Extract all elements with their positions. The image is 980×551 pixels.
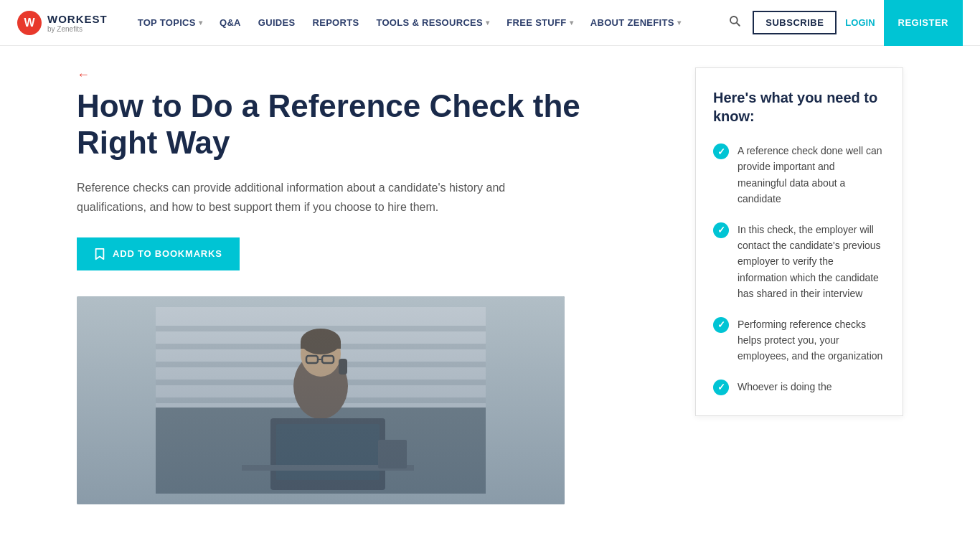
login-button[interactable]: LOGIN [845, 17, 875, 28]
checklist-text: Whoever is doing the [738, 379, 832, 395]
check-icon [713, 222, 729, 238]
nav-right: SUBSCRIBE LOGIN REGISTER [725, 0, 963, 46]
nav-item-top-topics[interactable]: TOP TOPICS ▾ [131, 13, 209, 32]
article-hero-image [77, 296, 565, 504]
sidebar: Here's what you need to know: A referenc… [695, 67, 903, 504]
nav-item-qa[interactable]: Q&A [212, 13, 248, 32]
sidebar-card: Here's what you need to know: A referenc… [695, 67, 903, 416]
checklist-text: Performing reference checks helps protec… [738, 316, 885, 364]
page-container: ← How to Do a Reference Check the Right … [60, 46, 920, 526]
list-item: Performing reference checks helps protec… [713, 316, 885, 364]
nav-item-tools[interactable]: TOOLS & RESOURCES ▾ [369, 13, 496, 32]
chevron-down-icon: ▾ [199, 19, 202, 27]
checklist-text: In this check, the employer will contact… [738, 222, 885, 302]
nav-links: TOP TOPICS ▾ Q&A GUIDES REPORTS TOOLS & … [131, 13, 726, 32]
check-icon [713, 380, 729, 395]
svg-line-1 [737, 23, 740, 26]
logo[interactable]: W WORKEST by Zenefits [17, 11, 108, 35]
chevron-down-icon: ▾ [486, 19, 489, 27]
chevron-down-icon: ▾ [677, 19, 681, 27]
add-to-bookmarks-button[interactable]: ADD TO BOOKMARKS [77, 237, 240, 270]
main-content: ← How to Do a Reference Check the Right … [77, 67, 666, 504]
checklist: A reference check done well can provide … [713, 143, 885, 395]
subscribe-button[interactable]: SUBSCRIBE [753, 11, 837, 34]
list-item: In this check, the employer will contact… [713, 222, 885, 302]
logo-icon: W [17, 11, 42, 35]
main-nav: W WORKEST by Zenefits TOP TOPICS ▾ Q&A G… [0, 0, 980, 46]
checklist-text: A reference check done well can provide … [738, 143, 885, 207]
nav-item-guides[interactable]: GUIDES [251, 13, 303, 32]
register-button[interactable]: REGISTER [884, 0, 963, 46]
back-arrow[interactable]: ← [77, 67, 90, 83]
nav-item-about[interactable]: ABOUT ZENEFITS ▾ [583, 13, 688, 32]
check-icon [713, 317, 729, 333]
sidebar-heading: Here's what you need to know: [713, 88, 885, 126]
check-icon [713, 143, 729, 159]
nav-item-free-stuff[interactable]: FREE STUFF ▾ [499, 13, 580, 32]
logo-subtitle: by Zenefits [47, 25, 108, 33]
bookmark-icon [94, 248, 105, 260]
list-item: A reference check done well can provide … [713, 143, 885, 207]
logo-title: WORKEST [47, 13, 108, 25]
nav-item-reports[interactable]: REPORTS [305, 13, 366, 32]
search-icon[interactable] [725, 11, 744, 34]
article-title: How to Do a Reference Check the Right Wa… [77, 88, 666, 161]
article-intro: Reference checks can provide additional … [77, 178, 565, 217]
chevron-down-icon: ▾ [570, 19, 573, 27]
list-item: Whoever is doing the [713, 379, 885, 395]
